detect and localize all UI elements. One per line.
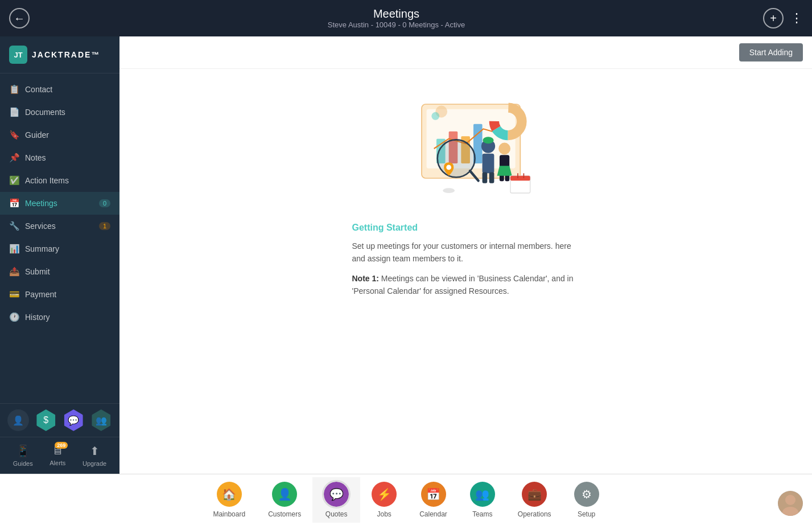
- sidebar-item-meetings[interactable]: 📅 Meetings 0: [0, 192, 119, 215]
- svg-point-15: [483, 137, 493, 143]
- teams-label: Teams: [472, 510, 492, 518]
- customers-icon: 👤: [272, 482, 297, 507]
- sidebar-nav: 📋 Contact 📄 Documents 🔖 Guider 📌 Notes ✅…: [0, 73, 119, 403]
- upgrade-icon: ⬆: [90, 444, 100, 458]
- header-right: + ⋮: [763, 8, 803, 28]
- svg-rect-12: [482, 154, 494, 174]
- payment-icon: 💳: [9, 289, 19, 300]
- more-button[interactable]: ⋮: [790, 11, 803, 26]
- payment-label: Payment: [25, 290, 56, 299]
- action-items-icon: ✅: [9, 175, 19, 186]
- customers-label: Customers: [268, 510, 301, 518]
- sidebar-logo: JT JACKTRADE™: [0, 36, 119, 73]
- nav-operations[interactable]: 💼 Operations: [506, 477, 563, 523]
- history-label: History: [25, 313, 50, 322]
- nav-jobs[interactable]: ⚡ Jobs: [360, 477, 408, 523]
- sidebar-user-row: 👤 $ 💬 👥: [0, 403, 119, 437]
- nav-customers[interactable]: 👤 Customers: [257, 477, 312, 523]
- nav-calendar[interactable]: 📅 Calendar: [408, 477, 459, 523]
- getting-started-title: Getting Started: [352, 223, 580, 233]
- user-icon-chat[interactable]: 💬: [63, 409, 84, 431]
- svg-rect-13: [482, 173, 487, 183]
- user-avatar[interactable]: [778, 491, 803, 516]
- header-left: ←: [9, 8, 30, 28]
- svg-rect-22: [510, 176, 530, 181]
- jobs-label: Jobs: [377, 510, 391, 518]
- illustration: [392, 86, 540, 211]
- sidebar-item-guider[interactable]: 🔖 Guider: [0, 124, 119, 146]
- sidebar-item-contact[interactable]: 📋 Contact: [0, 78, 119, 101]
- start-adding-button[interactable]: Start Adding: [739, 43, 803, 61]
- services-badge: 1: [99, 222, 110, 230]
- getting-started-note: Note 1: Meetings can be viewed in 'Busin…: [352, 272, 580, 298]
- svg-marker-20: [497, 166, 512, 175]
- svg-rect-14: [489, 173, 494, 183]
- sidebar: JT JACKTRADE™ 📋 Contact 📄 Documents 🔖 Gu…: [0, 36, 119, 474]
- setup-icon: ⚙: [574, 482, 599, 507]
- note-text: Meetings can be viewed in 'Business Cale…: [352, 274, 574, 296]
- operations-label: Operations: [518, 510, 551, 518]
- sidebar-bottom: 📱 Guides 🖥 269 Alerts ⬆ Upgrade: [0, 437, 119, 474]
- jobs-icon: ⚡: [372, 482, 397, 507]
- guides-label: Guides: [13, 460, 33, 467]
- nav-quotes[interactable]: 💬 Quotes: [312, 477, 360, 523]
- bottom-nav: 🏠 Mainboard 👤 Customers 💬 Quotes ⚡ Jobs …: [0, 474, 812, 525]
- documents-icon: 📄: [9, 107, 19, 117]
- content-area: Start Adding: [119, 36, 812, 474]
- back-button[interactable]: ←: [9, 8, 30, 28]
- action-items-label: Action Items: [25, 176, 69, 185]
- guides-button[interactable]: 📱 Guides: [13, 444, 33, 467]
- quotes-icon: 💬: [324, 482, 349, 507]
- upgrade-button[interactable]: ⬆ Upgrade: [83, 444, 106, 467]
- mainboard-label: Mainboard: [213, 510, 245, 518]
- quotes-label: Quotes: [325, 510, 348, 518]
- user-icon-dollar[interactable]: $: [35, 409, 57, 431]
- sidebar-item-documents[interactable]: 📄 Documents: [0, 101, 119, 124]
- documents-label: Documents: [25, 108, 65, 117]
- svg-point-28: [431, 112, 439, 120]
- notes-label: Notes: [25, 153, 46, 162]
- page-subtitle: Steve Austin - 10049 - 0 Meetings - Acti…: [328, 20, 465, 29]
- alerts-button[interactable]: 🖥 269 Alerts: [50, 444, 65, 467]
- summary-icon: 📊: [9, 244, 19, 254]
- header-center: Meetings Steve Austin - 10049 - 0 Meetin…: [328, 7, 465, 29]
- nav-mainboard[interactable]: 🏠 Mainboard: [201, 477, 257, 523]
- note-label: Note 1:: [352, 274, 379, 283]
- contact-label: Contact: [25, 85, 52, 94]
- sidebar-item-payment[interactable]: 💳 Payment: [0, 283, 119, 306]
- user-icon-group[interactable]: 👥: [90, 409, 112, 431]
- guider-label: Guider: [25, 130, 49, 140]
- alerts-label: Alerts: [50, 460, 65, 466]
- submit-icon: 📤: [9, 266, 19, 277]
- alerts-badge: 269: [55, 442, 68, 449]
- getting-started-text: Set up meetings for your customers or in…: [352, 240, 580, 265]
- sidebar-item-summary[interactable]: 📊 Summary: [0, 237, 119, 260]
- operations-icon: 💼: [522, 482, 547, 507]
- svg-point-16: [498, 143, 510, 155]
- nav-teams[interactable]: 👥 Teams: [459, 477, 506, 523]
- sidebar-item-submit[interactable]: 📤 Submit: [0, 260, 119, 283]
- sidebar-item-notes[interactable]: 📌 Notes: [0, 146, 119, 169]
- logo-icon: JT: [9, 46, 27, 64]
- history-icon: 🕐: [9, 312, 19, 322]
- page-title: Meetings: [328, 7, 465, 20]
- guider-icon: 🔖: [9, 130, 19, 140]
- content-main: Getting Started Set up meetings for your…: [119, 69, 812, 474]
- sidebar-item-action-items[interactable]: ✅ Action Items: [0, 169, 119, 192]
- content-toolbar: Start Adding: [119, 36, 812, 69]
- svg-point-25: [443, 188, 455, 193]
- upgrade-label: Upgrade: [83, 460, 106, 467]
- mainboard-icon: 🏠: [217, 482, 242, 507]
- add-button[interactable]: +: [763, 8, 784, 28]
- logo-text: JACKTRADE™: [32, 50, 100, 59]
- notes-icon: 📌: [9, 153, 19, 163]
- user-icon-person[interactable]: 👤: [7, 409, 29, 431]
- calendar-label: Calendar: [419, 510, 447, 518]
- sidebar-item-history[interactable]: 🕐 History: [0, 306, 119, 329]
- submit-label: Submit: [25, 267, 50, 276]
- getting-started-section: Getting Started Set up meetings for your…: [352, 223, 580, 298]
- sidebar-item-services[interactable]: 🔧 Services 1: [0, 215, 119, 237]
- nav-setup[interactable]: ⚙ Setup: [563, 477, 611, 523]
- guides-icon: 📱: [16, 444, 30, 458]
- svg-point-30: [785, 495, 795, 505]
